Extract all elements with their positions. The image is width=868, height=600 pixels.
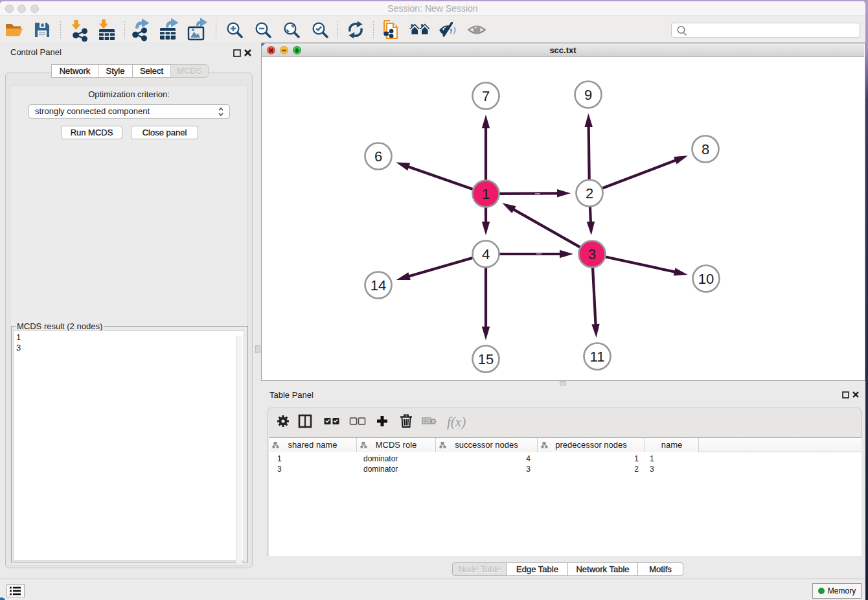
svg-text:2: 2	[586, 185, 593, 202]
svg-text:6: 6	[374, 148, 382, 165]
svg-text:f(x): f(x)	[447, 414, 466, 430]
svg-text:14: 14	[371, 277, 386, 294]
svg-text:9: 9	[584, 87, 592, 103]
svg-text:8: 8	[702, 141, 709, 157]
svg-text:4: 4	[482, 246, 490, 262]
svg-text:11: 11	[590, 349, 605, 365]
svg-text:15: 15	[478, 351, 494, 367]
svg-text:10: 10	[698, 271, 714, 287]
svg-text:7: 7	[482, 88, 490, 104]
svg-text:3: 3	[588, 246, 596, 262]
svg-text:1: 1	[482, 186, 490, 202]
